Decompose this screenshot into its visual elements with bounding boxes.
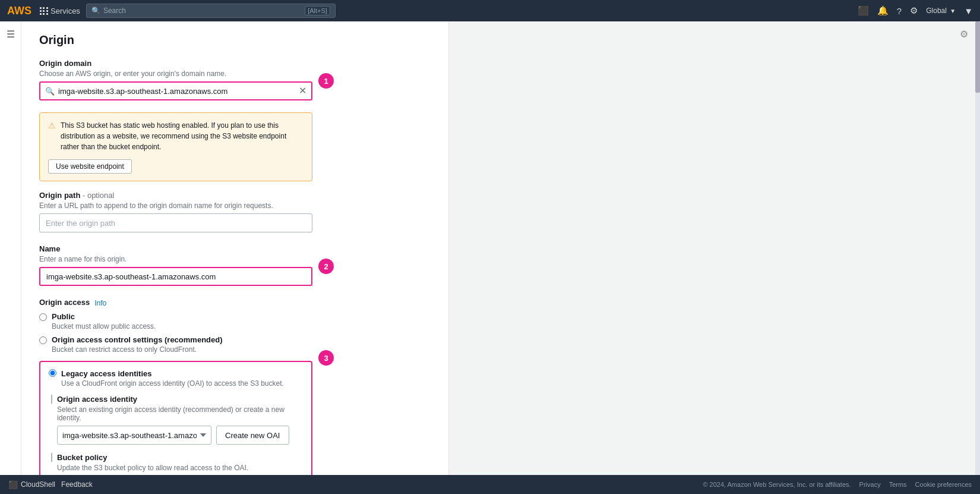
footer-right: © 2024, Amazon Web Services, Inc. or its… (703, 481, 972, 488)
legacy-section-wrapper: Legacy access identities Use a CloudFron… (39, 358, 312, 475)
radio-legacy-desc: Use a CloudFront origin access identity … (61, 379, 284, 388)
search-bar[interactable]: 🔍 [Alt+S] (86, 4, 336, 18)
right-scrollbar[interactable] (975, 21, 980, 475)
use-website-endpoint-button[interactable]: Use website endpoint (48, 159, 132, 174)
oai-controls: imga-website.s3.ap-southeast-1.amazonaws… (51, 426, 303, 445)
footer-privacy-link[interactable]: Privacy (859, 481, 881, 488)
origin-domain-input-wrapper: 🔍 ✕ 1 (39, 81, 312, 100)
radio-oac-desc: Bucket can restrict access to only Cloud… (52, 345, 223, 354)
origin-path-input[interactable] (39, 213, 312, 232)
name-input[interactable] (39, 267, 312, 286)
origin-access-header: Origin access Info (39, 298, 431, 309)
global-dropdown-arrow: ▼ (950, 8, 956, 14)
global-selector[interactable]: Global ▼ (926, 7, 956, 15)
terminal-icon[interactable]: ⬛ (858, 5, 869, 16)
main-layout: ☰ Origin Origin domain Choose an AWS ori… (0, 21, 980, 475)
oai-select[interactable]: imga-website.s3.ap-southeast-1.amazonaws… (57, 426, 211, 445)
settings-panel-icon[interactable]: ⚙ (960, 29, 968, 40)
footer-cookie-link[interactable]: Cookie preferences (915, 481, 972, 488)
cloudshell-icon: ⬛ (8, 480, 18, 489)
origin-access-label: Origin access (39, 298, 90, 307)
origin-domain-clear-btn[interactable]: ✕ (299, 86, 306, 96)
legacy-access-box: Legacy access identities Use a CloudFron… (39, 361, 312, 475)
nav-right: ⬛ 🔔 ? ⚙ Global ▼ ▼ (858, 5, 973, 16)
help-icon[interactable]: ? (897, 6, 902, 16)
bucket-policy-section: Bucket policy Update the S3 bucket polic… (49, 453, 303, 475)
radio-legacy-content: Legacy access identities Use a CloudFron… (61, 369, 284, 388)
search-input[interactable] (103, 7, 305, 15)
search-shortcut: [Alt+S] (305, 6, 330, 15)
grid-icon (40, 7, 48, 15)
footer-terms-link[interactable]: Terms (889, 481, 907, 488)
origin-search-icon: 🔍 (45, 87, 55, 96)
radio-oac-label[interactable]: Origin access control settings (recommen… (52, 335, 223, 344)
hamburger-icon: ☰ (7, 29, 15, 40)
footer-left: ⬛ CloudShell Feedback (8, 480, 93, 489)
origin-domain-label: Origin domain (39, 59, 431, 68)
aws-logo: AWS (7, 5, 31, 17)
radio-legacy-input[interactable] (49, 369, 56, 377)
bucket-policy-title: Bucket policy (51, 453, 303, 462)
page-title: Origin (39, 33, 431, 47)
origin-path-hint: Enter a URL path to append to the origin… (39, 202, 431, 210)
origin-domain-hint: Choose an AWS origin, or enter your orig… (39, 70, 431, 78)
step-badge-3: 3 (318, 350, 334, 366)
radio-oac-content: Origin access control settings (recommen… (52, 335, 223, 354)
oai-title: Origin access identity (51, 395, 303, 404)
origin-path-section: Origin path - optional Enter a URL path … (39, 191, 431, 232)
content-area: Origin Origin domain Choose an AWS origi… (21, 21, 980, 475)
radio-public-desc: Bucket must allow public access. (52, 322, 156, 331)
feedback-button[interactable]: Feedback (61, 480, 93, 489)
cloudshell-label: CloudShell (21, 480, 55, 489)
nav-expand-icon[interactable]: ▼ (964, 6, 973, 16)
right-panel: ⚙ (449, 21, 975, 475)
radio-public: Public Bucket must allow public access. (39, 312, 431, 331)
name-section: Name Enter a name for this origin. 2 (39, 244, 431, 286)
services-label: Services (50, 7, 80, 15)
search-icon: 🔍 (91, 7, 100, 15)
warning-text: This S3 bucket has static web hosting en… (61, 120, 304, 152)
name-hint: Enter a name for this origin. (39, 255, 431, 263)
footer: ⬛ CloudShell Feedback © 2024, Amazon Web… (0, 475, 980, 494)
services-menu[interactable]: Services (40, 7, 80, 15)
origin-domain-input[interactable] (58, 87, 299, 96)
origin-access-section: Origin access Info Public Bucket must al… (39, 298, 431, 475)
warning-header: ⚠ This S3 bucket has static web hosting … (48, 120, 304, 152)
feedback-label: Feedback (61, 480, 93, 489)
bell-icon[interactable]: 🔔 (877, 5, 889, 16)
bucket-policy-hint: Update the S3 bucket policy to allow rea… (51, 464, 303, 472)
radio-oac: Origin access control settings (recommen… (39, 335, 431, 354)
warning-icon: ⚠ (48, 121, 56, 130)
footer-copyright: © 2024, Amazon Web Services, Inc. or its… (703, 481, 851, 488)
origin-domain-section: Origin domain Choose an AWS origin, or e… (39, 59, 431, 100)
sidebar-toggle[interactable]: ☰ (0, 21, 21, 475)
origin-access-info-link[interactable]: Info (94, 299, 106, 307)
form-panel: Origin Origin domain Choose an AWS origi… (21, 21, 449, 475)
scrollbar-thumb (975, 21, 980, 93)
top-nav: AWS Services 🔍 [Alt+S] ⬛ 🔔 ? ⚙ Global ▼ … (0, 0, 980, 21)
step-badge-2: 2 (318, 259, 334, 274)
radio-public-content: Public Bucket must allow public access. (52, 312, 156, 331)
oai-hint: Select an existing origin access identit… (51, 405, 303, 422)
warning-box: ⚠ This S3 bucket has static web hosting … (39, 112, 312, 181)
step-badge-1: 1 (318, 73, 334, 89)
origin-path-label: Origin path - optional (39, 191, 431, 200)
radio-legacy-label[interactable]: Legacy access identities (61, 369, 151, 378)
origin-domain-search-box[interactable]: 🔍 ✕ (39, 81, 312, 100)
optional-label: - optional (83, 191, 114, 200)
oai-sub-section: Origin access identity Select an existin… (49, 395, 303, 445)
radio-public-input[interactable] (39, 313, 47, 321)
radio-public-label[interactable]: Public (52, 312, 75, 321)
radio-oac-input[interactable] (39, 336, 47, 344)
settings-icon[interactable]: ⚙ (910, 5, 918, 16)
name-label: Name (39, 244, 431, 253)
name-input-wrapper: 2 (39, 267, 312, 286)
cloudshell-button[interactable]: ⬛ CloudShell (8, 480, 55, 489)
radio-legacy: Legacy access identities Use a CloudFron… (49, 369, 303, 388)
create-oai-button[interactable]: Create new OAI (216, 426, 289, 445)
